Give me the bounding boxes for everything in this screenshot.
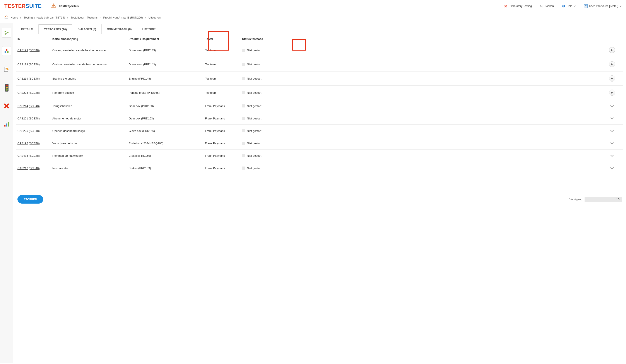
sce-link[interactable]: (SCE48) [29, 77, 40, 80]
voortgang-bar: 10 [585, 197, 622, 202]
sce-link[interactable]: (SCE48) [29, 49, 40, 52]
sce-link[interactable]: (SCE48) [29, 104, 40, 108]
svg-point-2 [541, 5, 542, 6]
breadcrumb-item[interactable]: Proefrit van A naar B (RUN296) [103, 16, 143, 19]
table-row: CAS199 (SCE48)Omlaag verstellen van de b… [16, 43, 623, 57]
rail-item-structure[interactable] [2, 28, 11, 37]
logo-tester: TESTER [4, 3, 26, 9]
cas-link[interactable]: CAS485 [17, 154, 28, 157]
play-button[interactable] [609, 61, 615, 67]
table-row: CAS201 (SCE48)Afremmen op de motorGear b… [16, 112, 623, 125]
chevron-right-icon: ▸ [20, 16, 22, 19]
logo-suite: SUITE [26, 3, 42, 9]
user-menu[interactable]: Koen van Voren [Tester] [584, 4, 622, 8]
cas-link[interactable]: CAS201 [17, 117, 28, 120]
cas-link[interactable]: CAS205 [17, 91, 28, 94]
table-row: CAS198 (SCE48)Omhoog verstellen van de b… [16, 57, 623, 72]
svg-rect-14 [7, 51, 8, 53]
chevron-down-icon [620, 5, 622, 7]
chevron-down-icon [610, 154, 614, 157]
cell-desc: Omhoog verstellen van de bestuurdersstoe… [52, 63, 129, 66]
sce-link[interactable]: (SCE48) [29, 129, 40, 133]
chevron-down-icon [610, 142, 614, 145]
rail-item-edit[interactable] [2, 65, 11, 74]
breadcrumb-current: Uitvoeren [149, 16, 161, 19]
sce-link[interactable]: (SCE48) [29, 154, 40, 157]
svg-rect-13 [4, 51, 6, 53]
cell-status: Niet gestart [242, 117, 283, 120]
chevron-down-icon [610, 117, 614, 120]
cell-status: Niet gestart [242, 142, 283, 145]
expand-chevron[interactable] [609, 153, 615, 158]
tab-historie[interactable]: HISTORIE [137, 24, 161, 34]
tab-details[interactable]: DETAILS [16, 24, 39, 34]
x-bold-icon [504, 4, 507, 8]
search-label: Zoeken [545, 4, 554, 8]
cas-link[interactable]: CAS195 [17, 142, 28, 145]
cas-link[interactable]: CAS219 [17, 77, 28, 80]
cell-tester: Testteam [205, 91, 242, 94]
play-icon [611, 77, 613, 79]
sce-link[interactable]: (SCE48) [29, 117, 40, 120]
expand-chevron[interactable] [609, 116, 615, 120]
home-icon[interactable] [4, 15, 8, 20]
traffic-light-icon [4, 84, 9, 92]
svg-point-21 [6, 85, 8, 86]
logo[interactable]: TESTERSUITE [4, 3, 42, 9]
cell-desc: Starting the engine [52, 77, 129, 80]
sce-link[interactable]: (SCE48) [29, 142, 40, 145]
cell-status: Niet gestart [242, 167, 283, 170]
exploratory-testing-link[interactable]: Exploratory Testing [504, 4, 532, 8]
stoppen-button[interactable]: STOPPEN [17, 195, 43, 204]
status-indicator-icon [242, 117, 245, 120]
cas-link[interactable]: CAS198 [17, 63, 28, 66]
sce-link[interactable]: (SCE48) [29, 167, 40, 170]
breadcrumb-home[interactable]: Home [10, 16, 18, 19]
voortgang-value: 10 [616, 198, 620, 201]
play-button[interactable] [609, 90, 615, 96]
svg-point-9 [4, 33, 6, 35]
cell-product: Brakes (PRD159) [129, 154, 205, 157]
cell-status: Niet gestart [242, 104, 283, 108]
expand-chevron[interactable] [609, 166, 615, 170]
cell-tester: Frank Paymans [205, 117, 242, 120]
svg-text:?: ? [563, 5, 564, 7]
svg-rect-15 [6, 49, 7, 51]
cell-status: Niet gestart [242, 77, 283, 80]
cell-tester: Frank Paymans [205, 154, 242, 157]
cell-product: Parking brake (PRD165) [129, 91, 205, 94]
rail-item-products[interactable] [2, 46, 11, 56]
search-icon [540, 4, 543, 8]
tab-testcases[interactable]: TESTCASES (10) [39, 24, 73, 34]
cell-status: Niet gestart [242, 154, 283, 157]
play-icon [611, 92, 613, 94]
help-menu[interactable]: ? Help [562, 4, 576, 8]
search-link[interactable]: Zoeken [540, 4, 554, 8]
status-indicator-icon [242, 142, 245, 145]
tab-bijlagen[interactable]: BIJLAGEN (0) [72, 24, 101, 34]
sce-link[interactable]: (SCE48) [29, 63, 40, 66]
play-button[interactable] [609, 47, 615, 53]
cas-link[interactable]: CAS214 [17, 104, 28, 108]
expand-chevron[interactable] [609, 129, 615, 133]
help-label: Help [567, 4, 572, 8]
rail-item-close[interactable] [2, 101, 11, 111]
left-rail [0, 23, 13, 363]
tab-commentaar[interactable]: COMMENTAAR (0) [102, 24, 137, 34]
play-button[interactable] [609, 75, 615, 81]
cas-link[interactable]: CAS212 [17, 167, 28, 170]
sce-link[interactable]: (SCE48) [29, 91, 40, 94]
rail-item-traffic-light[interactable] [0, 83, 12, 92]
warning-triangle-icon [51, 3, 56, 9]
rail-item-chart[interactable] [2, 119, 11, 129]
expand-chevron[interactable] [609, 104, 615, 108]
table-row: CAS219 (SCE48)Starting the engineEngine … [16, 72, 623, 86]
breadcrumb-item[interactable]: Testuitvoer - Testruns [71, 16, 97, 19]
cas-link[interactable]: CAS199 [17, 49, 28, 52]
cell-desc: Normale stop [52, 167, 129, 170]
cas-link[interactable]: CAS225 [17, 129, 28, 133]
expand-chevron[interactable] [609, 141, 615, 146]
cell-status: Niet gestart [242, 49, 283, 52]
breadcrumb-item[interactable]: Testing a newly built car (TST14) [24, 16, 65, 19]
status-indicator-icon [242, 129, 245, 132]
